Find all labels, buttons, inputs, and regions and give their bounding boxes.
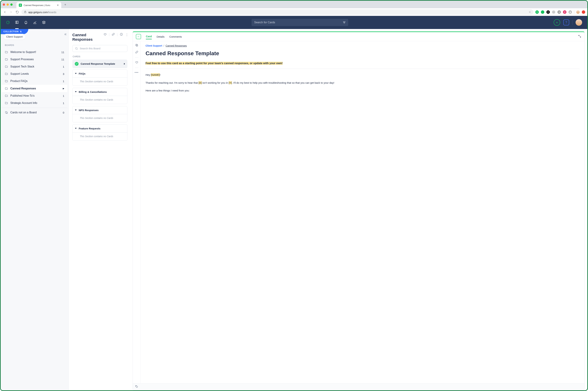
verified-badge-icon: [75, 62, 79, 66]
ext-guru-icon[interactable]: G: [535, 10, 539, 14]
reload-button[interactable]: [15, 10, 19, 14]
section-header[interactable]: NPS Responses: [73, 106, 127, 114]
nav-stack-icon[interactable]: [42, 20, 46, 24]
new-tab-button[interactable]: ＋: [63, 2, 68, 7]
nav-analytics-icon[interactable]: [33, 20, 37, 24]
section-header[interactable]: Feature Requests: [73, 125, 127, 132]
crumb-board[interactable]: Canned Responses: [166, 44, 187, 47]
tag-icon[interactable]: [135, 385, 138, 389]
nav-notifications-icon[interactable]: [24, 20, 28, 24]
profile-avatar-icon[interactable]: [576, 10, 580, 14]
tab-card[interactable]: Card: [146, 34, 152, 39]
back-button[interactable]: [3, 10, 7, 14]
board-item-strategic[interactable]: Strategic Account Info 1: [2, 99, 67, 107]
tab-close-button[interactable]: ✕: [57, 4, 59, 6]
nav-library-icon[interactable]: [15, 20, 19, 24]
window-minimize-button[interactable]: [6, 3, 9, 6]
board-count: 11: [61, 51, 64, 54]
board-count: 1: [63, 95, 64, 97]
window-close-button[interactable]: [3, 3, 5, 6]
svg-point-1: [6, 21, 9, 24]
link-icon[interactable]: [135, 51, 138, 54]
forward-button[interactable]: [9, 10, 13, 14]
folder-icon: [5, 65, 8, 68]
create-button[interactable]: ＋: [554, 19, 560, 26]
collection-label: COLLECTION: [3, 30, 19, 33]
url-text: app.getguru.com/boards: [28, 11, 56, 14]
favorite-icon[interactable]: [104, 33, 107, 37]
not-on-board-label: Cards not on a Board: [10, 111, 37, 114]
ext-dots-icon[interactable]: ⋯: [552, 10, 555, 14]
cards-not-on-board[interactable]: Cards not on a Board 0: [2, 109, 67, 116]
verify-button[interactable]: [136, 34, 141, 39]
link-icon[interactable]: [112, 33, 115, 37]
caret-down-icon: [75, 91, 77, 92]
board-item-canned[interactable]: Canned Responses ▸: [2, 85, 67, 92]
toolbar: app.getguru.com/boards ☆ G D ⋯ ★ @ ◉: [1, 8, 587, 16]
board-item-welcome[interactable]: Welcome to Support! 11: [2, 48, 67, 56]
window-controls: [3, 3, 13, 6]
board-search[interactable]: [72, 45, 127, 52]
window-zoom-button[interactable]: [10, 3, 13, 6]
tab-details[interactable]: Details: [157, 34, 164, 39]
section-name: Billing & Cancellations: [79, 91, 125, 93]
help-button[interactable]: ?: [563, 19, 569, 25]
external-card-icon: [5, 111, 8, 114]
user-avatar[interactable]: [576, 19, 582, 26]
card-preview: Card Details Comments ••• Client Support: [132, 31, 585, 390]
favorite-icon[interactable]: [135, 61, 138, 65]
ext-separator: [574, 10, 574, 14]
global-search[interactable]: [251, 19, 348, 26]
ext-spiral-icon[interactable]: @: [563, 10, 566, 14]
board-label: Support Processes: [10, 58, 34, 61]
search-icon: [75, 47, 78, 50]
ext-green-dot-icon[interactable]: [541, 10, 544, 14]
svg-rect-5: [136, 45, 138, 46]
tab-title: Canned Responses | Guru: [24, 4, 55, 6]
browser-tab[interactable]: G Canned Responses | Guru ✕: [16, 2, 61, 8]
board-item-techstack[interactable]: Support Tech Stack 1: [2, 63, 67, 70]
extensions: G D ⋯ ★ @ ◉: [535, 10, 585, 14]
card-item-selected[interactable]: Canned Response Template: [72, 60, 127, 68]
board-item-levels[interactable]: Support Levels 3: [2, 70, 67, 78]
filter-icon[interactable]: [343, 21, 346, 23]
collection-header[interactable]: COLLECTION ⇅: [1, 29, 28, 34]
section-empty-msg: This Section contains no Cards: [73, 132, 127, 140]
cards-heading: CARDS: [73, 55, 127, 58]
expand-icon[interactable]: [578, 35, 581, 38]
board-item-howtos[interactable]: Published How-To's 1: [2, 92, 67, 99]
board-search-input[interactable]: [80, 47, 125, 50]
collapse-sidebar-icon[interactable]: [64, 33, 67, 37]
folder-icon: [5, 94, 8, 97]
guru-logo-icon[interactable]: [6, 20, 10, 24]
more-icon[interactable]: ⋮: [125, 33, 128, 37]
board-count: 1: [63, 65, 64, 68]
ext-accessibility-icon[interactable]: ★: [558, 10, 561, 14]
collection-switcher-icon: ⇅: [20, 30, 22, 33]
address-bar[interactable]: app.getguru.com/boards ☆: [21, 9, 533, 15]
header-actions: ＋ ?: [554, 19, 582, 26]
copy-icon[interactable]: [135, 44, 138, 47]
ext-black-icon[interactable]: D: [546, 10, 550, 14]
header-separator: [572, 20, 573, 25]
info-icon[interactable]: [120, 33, 123, 37]
ext-camera-icon[interactable]: ◉: [569, 10, 572, 14]
board-item-productfaq[interactable]: Product FAQs 1: [2, 78, 67, 85]
tab-comments[interactable]: Comments: [169, 34, 182, 39]
crumb-collection[interactable]: Client Support: [145, 44, 162, 47]
card-preview-wrap: Card Details Comments ••• Client Support: [130, 29, 587, 390]
card-name: Canned Response Template: [81, 62, 122, 65]
breadcrumb: Client Support / Canned Responses: [145, 44, 580, 47]
ext-red-icon[interactable]: [582, 10, 585, 14]
board-label: Canned Responses: [10, 87, 36, 90]
section-header[interactable]: FAQs: [73, 70, 127, 78]
board-panel: Canned Responses ⋮ CARDS Canned Response…: [68, 29, 130, 390]
more-icon[interactable]: •••: [135, 71, 139, 74]
bookmark-star-icon[interactable]: ☆: [529, 10, 531, 14]
collection-chip[interactable]: Client Support: [3, 34, 25, 39]
board-item-processes[interactable]: Support Processes 11: [2, 56, 67, 63]
section-header[interactable]: Billing & Cancellations: [73, 88, 127, 96]
preview-side-rail: •••: [133, 41, 141, 383]
section-name: Feature Requests: [79, 127, 125, 130]
search-input[interactable]: [254, 21, 341, 24]
